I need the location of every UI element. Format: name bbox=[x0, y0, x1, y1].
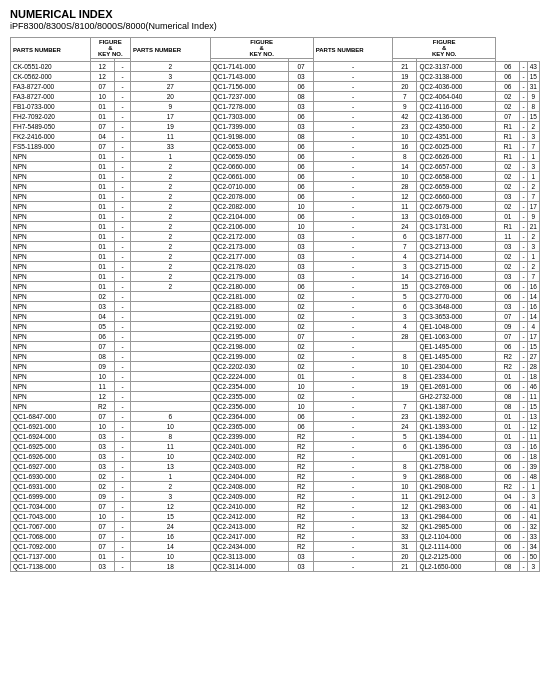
cell-fig: 09 bbox=[496, 322, 520, 332]
cell-key: 2 bbox=[131, 272, 211, 282]
cell-parts: QC2-2106-000 bbox=[210, 222, 289, 232]
cell-key: 11 bbox=[393, 202, 417, 212]
table-row: NPN07-QC2-2198-00002-QE1-1495-00006-15 bbox=[11, 342, 540, 352]
table-row: QC1-6921-00010-10QC2-2365-00006-24QK1-13… bbox=[11, 422, 540, 432]
cell-key: 20 bbox=[393, 82, 417, 92]
cell-dash: - bbox=[313, 462, 393, 472]
cell-key: 17 bbox=[131, 112, 211, 122]
cell-parts: QK1-1396-000 bbox=[417, 442, 496, 452]
cell-key: 24 bbox=[393, 222, 417, 232]
table-row: NPN01-2QC2-2172-00003-6QC3-1877-00011-2 bbox=[11, 232, 540, 242]
cell-parts: NPN bbox=[11, 322, 91, 332]
cell-parts: QC3-3653-000 bbox=[417, 312, 496, 322]
cell-fig: 01 bbox=[90, 152, 114, 162]
cell-key: 3 bbox=[393, 312, 417, 322]
cell-key bbox=[131, 332, 211, 342]
cell-key: 15 bbox=[527, 342, 539, 352]
cell-parts: QK1-1394-000 bbox=[417, 432, 496, 442]
cell-parts: QL2-2125-000 bbox=[417, 552, 496, 562]
cell-parts: QC3-1731-000 bbox=[417, 222, 496, 232]
cell-key: 14 bbox=[393, 272, 417, 282]
cell-parts: NPN bbox=[11, 152, 91, 162]
cell-parts: QK1-1387-000 bbox=[417, 402, 496, 412]
cell-dash: - bbox=[313, 252, 393, 262]
cell-parts: QC2-2354-000 bbox=[210, 382, 289, 392]
cell-fig: 03 bbox=[90, 442, 114, 452]
cell-fig: R2 bbox=[289, 512, 313, 522]
cell-parts: QC2-4036-000 bbox=[417, 82, 496, 92]
cell-key: 31 bbox=[393, 542, 417, 552]
table-row: NPN09-QC2-2202-03002-10QE1-2304-000R2-28 bbox=[11, 362, 540, 372]
cell-key bbox=[393, 342, 417, 352]
cell-fig: 10 bbox=[289, 222, 313, 232]
cell-parts: QC3-2770-000 bbox=[417, 292, 496, 302]
cell-key: 3 bbox=[131, 492, 211, 502]
cell-key: 6 bbox=[393, 232, 417, 242]
cell-parts: QE1-1048-000 bbox=[417, 322, 496, 332]
cell-key: 8 bbox=[393, 372, 417, 382]
cell-parts: QC2-6657-000 bbox=[417, 162, 496, 172]
cell-fig: 06 bbox=[289, 112, 313, 122]
cell-dash: - bbox=[313, 432, 393, 442]
cell-dash: - bbox=[520, 512, 527, 522]
cell-dash: - bbox=[313, 112, 393, 122]
cell-fig: 02 bbox=[289, 342, 313, 352]
table-row: NPN01-2QC2-2178-02003-3QC3-2715-00002-2 bbox=[11, 262, 540, 272]
cell-parts: QC2-4351-000 bbox=[417, 132, 496, 142]
cell-dash: - bbox=[114, 202, 130, 212]
cell-parts: QC1-6930-000 bbox=[11, 472, 91, 482]
cell-fig: 06 bbox=[289, 182, 313, 192]
cell-parts: FA3-8727-000 bbox=[11, 82, 91, 92]
cell-fig: 10 bbox=[90, 92, 114, 102]
cell-key: 11 bbox=[131, 132, 211, 142]
cell-key: 20 bbox=[393, 552, 417, 562]
cell-fig: 03 bbox=[289, 252, 313, 262]
cell-dash: - bbox=[114, 222, 130, 232]
cell-parts: NPN bbox=[11, 382, 91, 392]
cell-parts: QC1-7237-000 bbox=[210, 92, 289, 102]
cell-fig: 10 bbox=[289, 382, 313, 392]
cell-key: 2 bbox=[527, 232, 539, 242]
cell-key: 10 bbox=[131, 452, 211, 462]
cell-parts: QC2-2401-000 bbox=[210, 442, 289, 452]
cell-fig: 02 bbox=[496, 252, 520, 262]
cell-dash: - bbox=[313, 62, 393, 72]
cell-fig: 02 bbox=[496, 102, 520, 112]
cell-parts: QC2-6025-000 bbox=[417, 142, 496, 152]
cell-key: 12 bbox=[131, 502, 211, 512]
table-row: QC1-7043-00010-15QC2-2412-000R2-13QK1-29… bbox=[11, 512, 540, 522]
cell-parts: QC2-2412-000 bbox=[210, 512, 289, 522]
cell-key: 28 bbox=[393, 332, 417, 342]
cell-fig: 07 bbox=[289, 62, 313, 72]
cell-dash: - bbox=[313, 212, 393, 222]
cell-parts: QC2-4350-000 bbox=[417, 122, 496, 132]
cell-key: 2 bbox=[131, 172, 211, 182]
cell-dash: - bbox=[313, 72, 393, 82]
cell-parts: QE1-2691-000 bbox=[417, 382, 496, 392]
cell-key: 11 bbox=[527, 432, 539, 442]
table-row: NPN01-2QC2-2104-00006-13QC3-0169-00001-9 bbox=[11, 212, 540, 222]
table-row: QC1-7092-00007-14QC2-2434-000R2-31QL2-11… bbox=[11, 542, 540, 552]
cell-dash: - bbox=[520, 102, 527, 112]
cell-dash: - bbox=[520, 212, 527, 222]
cell-key: 2 bbox=[131, 232, 211, 242]
cell-fig: 11 bbox=[90, 382, 114, 392]
cell-key: 7 bbox=[527, 272, 539, 282]
cell-key: 10 bbox=[393, 172, 417, 182]
cell-dash: - bbox=[313, 192, 393, 202]
cell-parts: NPN bbox=[11, 252, 91, 262]
cell-fig: 03 bbox=[289, 102, 313, 112]
cell-parts: QE1-2334-000 bbox=[417, 372, 496, 382]
cell-fig: 06 bbox=[289, 422, 313, 432]
cell-parts: QC1-7137-000 bbox=[11, 552, 91, 562]
cell-dash: - bbox=[313, 342, 393, 352]
cell-parts: QC3-1877-000 bbox=[417, 232, 496, 242]
cell-parts: QC1-7068-000 bbox=[11, 532, 91, 542]
cell-parts: NPN bbox=[11, 202, 91, 212]
cell-fig: R2 bbox=[496, 362, 520, 372]
cell-dash: - bbox=[313, 312, 393, 322]
cell-dash: - bbox=[114, 462, 130, 472]
cell-fig: R2 bbox=[289, 482, 313, 492]
cell-fig: R1 bbox=[496, 122, 520, 132]
cell-dash: - bbox=[520, 482, 527, 492]
